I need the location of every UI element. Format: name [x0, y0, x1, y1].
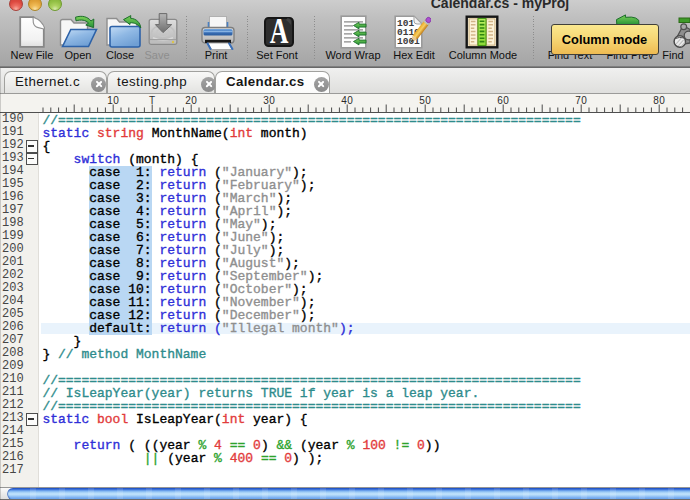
svg-text:A: A: [270, 17, 289, 47]
